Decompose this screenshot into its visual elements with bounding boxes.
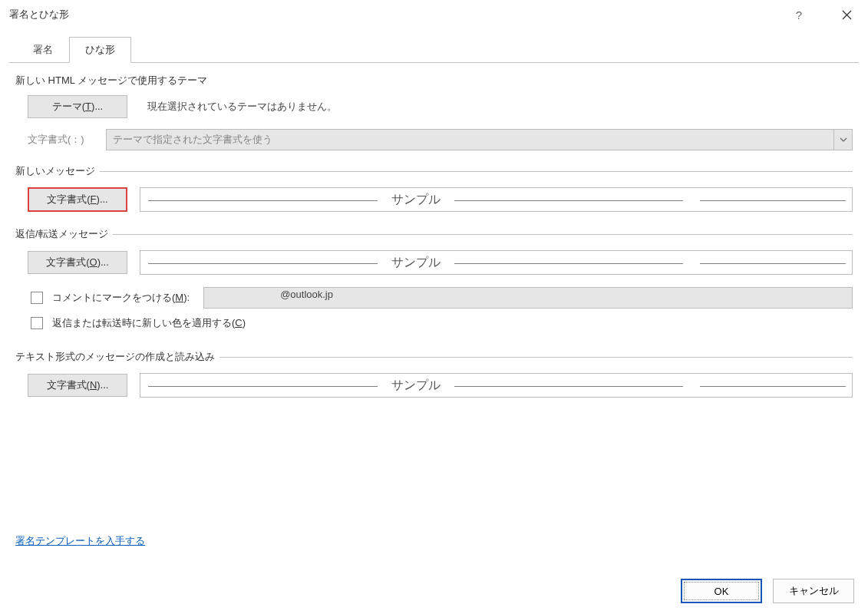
mark-comments-label: コメントにマークをつける(M):: [52, 291, 190, 305]
theme-button[interactable]: テーマ(T)...: [28, 95, 127, 118]
close-button[interactable]: [834, 2, 859, 27]
tab-stationery[interactable]: ひな形: [69, 37, 131, 63]
charformat-dropdown-value: テーマで指定された文字書式を使う: [107, 133, 833, 147]
charformat-dropdown[interactable]: テーマで指定された文字書式を使う: [106, 129, 853, 150]
mark-comments-checkbox[interactable]: [31, 292, 43, 304]
template-link-row: 署名テンプレートを入手する: [15, 534, 853, 560]
chevron-down-icon: [833, 130, 852, 150]
new-color-label: 返信または転送時に新しい色を適用する(C): [52, 316, 246, 330]
ok-button[interactable]: OK: [681, 579, 762, 603]
plain-text-legend: テキスト形式のメッセージの作成と読み込み: [15, 350, 219, 364]
tabs: 署名 ひな形: [0, 37, 868, 62]
close-icon: [842, 10, 852, 20]
reply-forward-charformat-button[interactable]: 文字書式(O)...: [28, 251, 127, 274]
titlebar-controls: ?: [787, 2, 859, 27]
charformat-label: 文字書式(：): [28, 133, 100, 147]
dialog-footer: OK キャンセル: [0, 568, 868, 614]
theme-status: 現在選択されているテーマはありません。: [147, 100, 337, 114]
dialog-title: 署名とひな形: [9, 8, 787, 21]
mark-comments-row: コメントにマークをつける(M): @outlook.jp: [15, 287, 853, 309]
new-color-checkbox[interactable]: [31, 317, 43, 329]
plain-text-charformat-button[interactable]: 文字書式(N)...: [28, 374, 127, 397]
reply-forward-sample: サンプル: [140, 250, 853, 275]
new-color-row: 返信または転送時に新しい色を適用する(C): [15, 316, 853, 330]
charformat-row: 文字書式(：) テーマで指定された文字書式を使う: [15, 129, 853, 150]
plain-text-sample: サンプル: [140, 373, 853, 398]
mark-comments-input[interactable]: @outlook.jp: [203, 287, 853, 309]
new-message-charformat-button[interactable]: 文字書式(F)...: [28, 187, 127, 212]
new-message-sample: サンプル: [140, 187, 853, 212]
cancel-button[interactable]: キャンセル: [773, 579, 854, 603]
theme-heading: 新しい HTML メッセージで使用するテーマ: [15, 74, 853, 87]
tab-panel: 新しい HTML メッセージで使用するテーマ テーマ(T)... 現在選択されて…: [9, 62, 859, 568]
tab-signatures[interactable]: 署名: [17, 37, 69, 62]
new-message-legend: 新しいメッセージ: [15, 164, 100, 178]
theme-row: テーマ(T)... 現在選択されているテーマはありません。: [15, 95, 853, 118]
plain-text-section: テキスト形式のメッセージの作成と読み込み 文字書式(N)... サンプル: [15, 350, 853, 402]
new-message-section: 新しいメッセージ 文字書式(F)... サンプル: [15, 164, 853, 216]
help-button[interactable]: ?: [787, 2, 811, 27]
reply-forward-legend: 返信/転送メッセージ: [15, 227, 113, 241]
titlebar: 署名とひな形 ?: [0, 0, 868, 29]
reply-forward-section: 返信/転送メッセージ 文字書式(O)... サンプル コメントにマークをつける(…: [15, 227, 853, 339]
signature-templates-link[interactable]: 署名テンプレートを入手する: [15, 535, 145, 546]
